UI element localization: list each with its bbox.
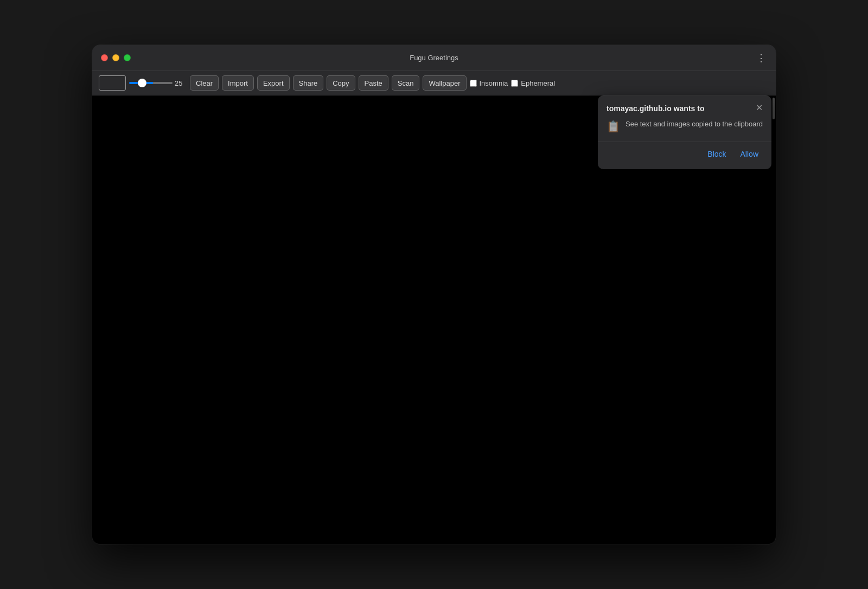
close-button[interactable] (101, 54, 108, 61)
size-slider[interactable] (129, 82, 173, 84)
popup-header: tomayac.github.io wants to ✕ (598, 95, 771, 117)
color-swatch[interactable] (99, 75, 126, 91)
toolbar: 25 Clear Import Export Share Copy Paste … (92, 71, 776, 95)
permission-popup: tomayac.github.io wants to ✕ 📋 See text … (598, 95, 771, 169)
scrollbar-thumb (773, 98, 775, 119)
paste-button[interactable]: Paste (359, 75, 388, 91)
size-slider-container: 25 (129, 79, 187, 87)
title-bar: Fugu Greetings ⋮ (92, 45, 776, 71)
minimize-button[interactable] (112, 54, 119, 61)
export-button[interactable]: Export (257, 75, 290, 91)
ephemeral-label: Ephemeral (521, 79, 555, 87)
ephemeral-checkbox-label[interactable]: Ephemeral (511, 79, 555, 87)
popup-close-button[interactable]: ✕ (756, 104, 763, 112)
window-title: Fugu Greetings (410, 54, 458, 62)
share-button[interactable]: Share (293, 75, 324, 91)
scrollbar-track[interactable] (771, 95, 776, 544)
maximize-button[interactable] (124, 54, 131, 61)
insomnia-checkbox[interactable] (470, 80, 477, 87)
popup-description: See text and images copied to the clipbo… (626, 119, 763, 129)
menu-button[interactable]: ⋮ (754, 50, 768, 66)
ephemeral-checkbox[interactable] (511, 80, 518, 87)
clear-button[interactable]: Clear (190, 75, 219, 91)
canvas-area[interactable]: tomayac.github.io wants to ✕ 📋 See text … (92, 95, 776, 544)
wallpaper-button[interactable]: Wallpaper (423, 75, 466, 91)
clipboard-icon: 📋 (607, 120, 620, 133)
slider-value: 25 (175, 79, 187, 87)
scan-button[interactable]: Scan (392, 75, 420, 91)
block-button[interactable]: Block (703, 148, 730, 161)
popup-body: 📋 See text and images copied to the clip… (598, 117, 771, 142)
mac-window: Fugu Greetings ⋮ 25 Clear Import Export … (92, 45, 776, 544)
import-button[interactable]: Import (222, 75, 254, 91)
allow-button[interactable]: Allow (736, 148, 763, 161)
popup-title: tomayac.github.io wants to (607, 104, 704, 113)
popup-actions: Block Allow (598, 142, 771, 169)
insomnia-label: Insomnia (480, 79, 508, 87)
copy-button[interactable]: Copy (327, 75, 355, 91)
insomnia-checkbox-label[interactable]: Insomnia (470, 79, 508, 87)
traffic-lights (101, 54, 131, 61)
